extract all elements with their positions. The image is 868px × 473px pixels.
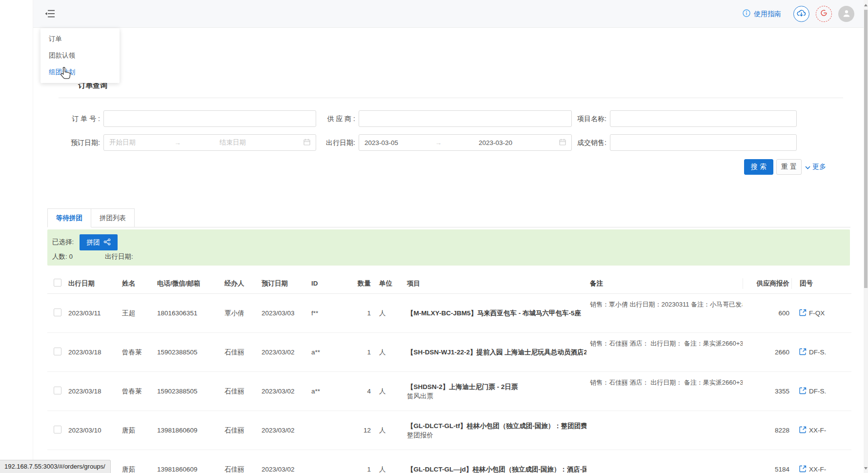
col-header-id: ID (308, 280, 347, 287)
row-checkbox[interactable] (54, 348, 61, 355)
group-tabs: 等待拼团 拼团列表 (47, 208, 850, 227)
sales-input[interactable] (610, 134, 797, 151)
col-header-qty: 数量 (347, 279, 373, 288)
table-row: 2023/03/10 唐茹 13981860609 石佳丽 2023/03/02… (47, 411, 851, 450)
contract-doc-icon[interactable] (799, 348, 807, 357)
supplier-label: 供 应 商 : (306, 110, 355, 127)
row-checkbox[interactable] (54, 308, 61, 316)
booking-date-range-input[interactable]: 开始日期 → 结束日期 (103, 134, 316, 151)
col-header-name: 姓名 (119, 279, 154, 288)
cell-travel-date: 2023/03/18 (65, 388, 119, 395)
table-row: 2023/03/18 曾春莱 15902388505 石佳丽 2023/03/0… (47, 372, 851, 411)
cell-phone: 15902388505 (154, 388, 221, 395)
search-button[interactable]: 搜 索 (744, 159, 773, 175)
cell-booking-date: 2023/03/03 (258, 309, 308, 317)
group-no-text[interactable]: DF-S. (809, 349, 826, 356)
people-count: 人数: 0 (52, 252, 73, 261)
cell-remark (586, 450, 743, 456)
group-no-text[interactable]: XX-F- (809, 427, 826, 434)
contract-doc-icon[interactable] (799, 465, 807, 473)
cell-phone: 13981860609 (154, 427, 221, 434)
project-name-input[interactable] (610, 110, 797, 127)
cell-unit: 人 (373, 426, 404, 435)
tab-group-list[interactable]: 拼团列表 (91, 208, 135, 227)
cell-group-no: DF-S. (791, 387, 851, 396)
cell-group-no: F-QX (791, 309, 851, 318)
cell-qty: 4 (347, 388, 373, 395)
cell-phone: 13981860609 (154, 466, 221, 473)
more-toggle[interactable]: 更多 (805, 163, 826, 171)
travel-date-summary: 出行日期: (105, 252, 133, 261)
row-checkbox[interactable] (54, 426, 61, 433)
tab-waiting-group[interactable]: 等待拼团 (47, 208, 91, 227)
booking-start-placeholder: 开始日期 (109, 138, 136, 147)
sales-label: 成交销售: (558, 134, 606, 151)
more-label: 更多 (812, 163, 826, 171)
scroll-up-icon[interactable] (864, 1, 868, 9)
col-header-supplier-price: 供应商报价 (743, 278, 791, 289)
project-subtitle: 笛风出票 (407, 391, 586, 401)
supplier-input[interactable] (359, 110, 572, 127)
table-row: 2023/03/11 王超 18016306351 覃小倩 2023/03/03… (47, 294, 851, 333)
cell-supplier-price: 5184 (743, 466, 791, 473)
travel-date-range-input[interactable]: 2023-03-05 → 2023-03-20 (359, 134, 572, 151)
select-all-checkbox[interactable] (54, 279, 61, 287)
cell-qty: 1 (347, 349, 373, 356)
cell-group-no: XX-F- (791, 426, 851, 435)
hand-cursor-icon (60, 66, 72, 82)
menu-item-group-plan[interactable]: 组团计划 (40, 64, 120, 81)
order-no-input[interactable] (103, 110, 316, 127)
logout-button[interactable] (816, 6, 832, 22)
contract-doc-icon[interactable] (799, 309, 807, 318)
group-no-text[interactable]: XX-F- (809, 466, 826, 473)
cell-agent: 石佳丽 (221, 426, 258, 435)
top-bar (0, 0, 868, 28)
col-header-unit: 单位 (373, 279, 404, 288)
menu-fold-icon[interactable] (45, 9, 56, 19)
cell-qty: 1 (347, 466, 373, 473)
contract-doc-icon[interactable] (799, 387, 807, 396)
cell-name: 唐茹 (119, 426, 154, 435)
col-header-project: 项目 (404, 279, 586, 288)
cell-project: 【SHDSN-2】上海迪士尼门票 - 2日票 笛风出票 (404, 382, 586, 401)
col-header-travel-date: 出行日期 (65, 279, 119, 288)
make-group-button[interactable]: 拼团 (80, 234, 118, 250)
orders-dropdown-menu: 订单 团款认领 组团计划 (40, 28, 120, 83)
cell-project: 【M-MLXY-BC-JBM5】马来西亚包车 - 布城马六甲包车-5座 (404, 308, 586, 318)
cell-travel-date: 2023/03/18 (65, 349, 119, 356)
cell-unit: 人 (373, 309, 404, 318)
group-no-text[interactable]: DF-S. (809, 388, 826, 395)
cell-qty: 12 (347, 427, 373, 434)
vertical-scrollbar[interactable] (864, 0, 868, 473)
table-row: 2023/03/18 曾春莱 15902388505 石佳丽 2023/03/0… (47, 333, 851, 372)
info-icon (743, 9, 750, 19)
project-title: 【SHDSN-2】上海迪士尼门票 - 2日票 (407, 382, 586, 391)
col-header-remark: 备注 (586, 279, 743, 288)
usage-guide-label: 使用指南 (754, 10, 781, 19)
col-header-agent: 经办人 (221, 279, 258, 288)
scrollbar-thumb[interactable] (864, 10, 868, 288)
cell-travel-date: 2023/03/10 (65, 427, 119, 434)
cloud-download-button[interactable] (793, 6, 809, 22)
cell-supplier-price: 8228 (743, 427, 791, 434)
col-header-group-no: 团号 (791, 278, 851, 289)
menu-item-payment-claim[interactable]: 团款认领 (40, 47, 120, 64)
order-no-label: 订 单 号 : (49, 110, 100, 127)
booking-end-placeholder: 结束日期 (220, 138, 303, 147)
cell-booking-date: 2023/03/02 (258, 349, 308, 356)
group-no-text[interactable]: F-QX (809, 309, 825, 317)
row-checkbox[interactable] (54, 387, 61, 394)
usage-guide-link[interactable]: 使用指南 (743, 9, 781, 19)
cell-phone: 18016306351 (154, 309, 221, 317)
cell-supplier-price: 600 (743, 309, 791, 317)
scroll-down-icon[interactable] (864, 464, 868, 472)
contract-doc-icon[interactable] (799, 426, 807, 435)
cell-supplier-price: 3355 (743, 388, 791, 395)
cell-booking-date: 2023/03/02 (258, 388, 308, 395)
reset-button[interactable]: 重 置 (776, 159, 802, 175)
cell-booking-date: 2023/03/02 (258, 427, 308, 434)
avatar[interactable] (838, 6, 854, 22)
cell-name: 唐茹 (119, 465, 154, 473)
table-header-row: 出行日期 姓名 电话/微信/邮箱 经办人 预订日期 ID 数量 单位 项目 备注… (47, 273, 851, 294)
menu-item-orders[interactable]: 订单 (40, 31, 120, 47)
